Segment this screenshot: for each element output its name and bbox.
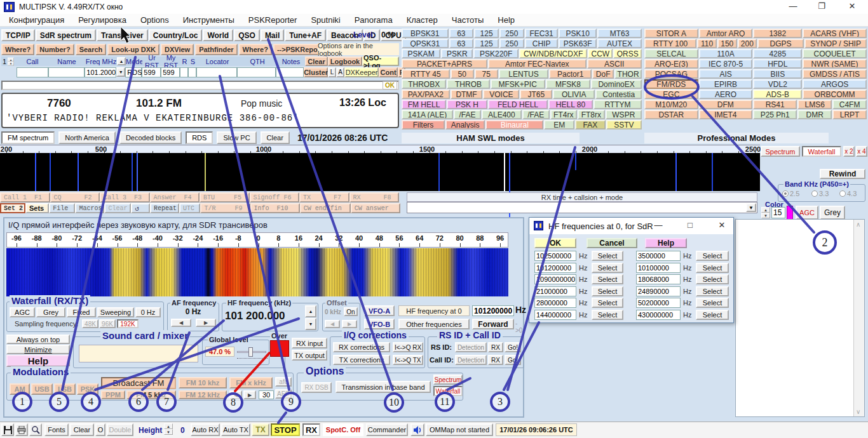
ham-mode-button-bpsk31[interactable]: BPSK31 xyxy=(402,29,449,38)
hf-up-button[interactable]: ▲ xyxy=(305,305,316,317)
auto-rx-button[interactable]: Auto RX xyxy=(191,423,220,436)
speaker-icon[interactable] xyxy=(410,423,424,436)
ham-mode-button-63[interactable]: 63 xyxy=(449,39,474,48)
ham-mode-button-250[interactable]: 250 xyxy=(499,29,524,38)
log-row-stepper[interactable]: ▲▼ xyxy=(8,57,14,65)
tx-corrections-button[interactable]: TX corrections xyxy=(333,355,390,365)
side-text-area[interactable]: ∧ ∨ xyxy=(735,219,865,417)
save-icon[interactable] xyxy=(1,423,14,436)
menu-регулировка[interactable]: Регулировка xyxy=(78,15,126,25)
ham-mode-button-analysis[interactable]: Analysis xyxy=(445,120,485,129)
dialog-freq-left-0[interactable]: 102500000 xyxy=(534,251,576,261)
fmx-right-arrow[interactable]: ▶ xyxy=(243,390,256,399)
ham-mode-button-ft8rx[interactable]: FT8rx xyxy=(578,110,605,119)
fmx-value[interactable]: 30 xyxy=(259,390,274,399)
pro-mode-button-1382[interactable]: 1382 xyxy=(753,29,802,38)
logbar-button-pathfinder-5[interactable]: Pathfinder xyxy=(195,44,237,55)
ham-mode-button-jt65[interactable]: JT65 xyxy=(520,90,552,99)
ham-mode-button-fec31[interactable]: FEC31 xyxy=(525,29,559,38)
ham-mode-button-dtmf[interactable]: DTMF xyxy=(451,90,483,99)
fm-slow-pc-button[interactable]: Slow PC xyxy=(217,131,256,144)
cluster-button[interactable]: Cluster xyxy=(304,67,328,77)
iq-swap-tx-button[interactable]: I<->Q TX xyxy=(393,355,423,365)
rx-button[interactable]: RX xyxy=(302,423,320,436)
fnkey-clear[interactable]: Clear xyxy=(104,203,131,213)
freq-input[interactable]: 101.2000 xyxy=(85,67,116,77)
pro-mode-button-aero[interactable]: AERO xyxy=(699,90,753,99)
ham-mode-button-autex[interactable]: AUTEX xyxy=(597,39,642,48)
hf-down-button[interactable]: ▼ xyxy=(305,318,316,330)
pro-mode-button-arq-e-3[interactable]: ARQ-E(3) xyxy=(644,59,698,69)
height-stepper[interactable]: ▲▼ xyxy=(164,423,173,435)
menu-sputniki[interactable]: Sputniki xyxy=(311,15,340,25)
pro-mode-button-150[interactable]: 150 xyxy=(717,39,737,48)
pro-mode-button-gmdss-atis[interactable]: GMDSS / ATIS xyxy=(803,69,867,79)
o-button[interactable]: O xyxy=(95,423,105,436)
log-freq-dropdown-icon[interactable]: ▼ xyxy=(116,67,125,77)
sampling-192k-button[interactable]: 192K xyxy=(117,319,139,328)
close-icon[interactable]: ✕ xyxy=(843,1,862,11)
dialog-maximize-icon[interactable]: □ xyxy=(681,220,700,230)
toolbar-button-transceiver[interactable]: Transceiver xyxy=(97,29,148,41)
ham-mode-button-sstv[interactable]: SSTV xyxy=(606,120,642,129)
ham-mode-button-binaural[interactable]: Binaural xyxy=(485,120,543,129)
hf0-value-input[interactable]: 101200000 xyxy=(472,305,514,316)
fnkey-utc[interactable]: UTC xyxy=(179,203,200,213)
ham-mode-button-125[interactable]: 125 xyxy=(474,29,499,38)
logbar-button-where-6[interactable]: Where? xyxy=(239,44,272,55)
pro-mode-button-110[interactable]: 110 xyxy=(697,39,717,48)
sdr-waterfall[interactable] xyxy=(6,248,508,296)
fnkey-answer-f4[interactable]: Answer F4 xyxy=(150,192,200,202)
locator-input[interactable] xyxy=(196,67,237,77)
clear-button[interactable]: Clear xyxy=(70,423,94,436)
zoom-x2-button[interactable]: x 2 xyxy=(843,146,855,157)
ham-mode-button-ft4rx[interactable]: FT4rx xyxy=(550,110,578,119)
pro-mode-button-ais[interactable]: AIS xyxy=(699,69,753,79)
toolbar-button-tune-af[interactable]: Tune+AF xyxy=(285,29,326,41)
commander-button[interactable]: Commander xyxy=(366,423,408,436)
fnkey-info-f10[interactable]: Info F10 xyxy=(250,203,300,213)
double-button[interactable]: Double xyxy=(107,423,133,436)
fnkey-set-2[interactable]: Set 2 xyxy=(0,203,25,213)
pro-mode-button-110a[interactable]: 110A xyxy=(699,49,753,58)
global-level-thumb[interactable] xyxy=(248,347,253,357)
wf-agc-button[interactable]: AGC xyxy=(10,307,35,317)
ommap-status-button[interactable]: OMMap not started xyxy=(426,423,493,436)
dialog-select-right-0[interactable]: Select xyxy=(696,251,729,261)
name-input[interactable] xyxy=(48,67,85,77)
logbar-button-where-0[interactable]: Where? xyxy=(1,44,34,55)
hf-frequency-value[interactable]: 101 200.000 xyxy=(225,310,285,322)
dialog-freq-right-3[interactable]: 24890000 xyxy=(636,286,681,296)
ham-mode-button-lentus[interactable]: LENTUS xyxy=(499,69,549,79)
fm-spectrum-display[interactable] xyxy=(0,153,760,191)
pro-mode-button-dstar[interactable]: DSTAR xyxy=(644,110,698,119)
logbar-button-number-1[interactable]: Number? xyxy=(36,44,74,55)
usb-button[interactable]: USB xyxy=(31,383,53,395)
minimize-icon[interactable]: — xyxy=(783,1,803,11)
ham-mode-button-dominoex[interactable]: DominoEX xyxy=(591,79,642,89)
wf-fixed-button[interactable]: Fixed xyxy=(67,307,96,317)
call-input[interactable] xyxy=(17,67,48,77)
soundcard-device-field[interactable] xyxy=(79,345,198,362)
dialog-freq-left-2[interactable]: 1090000000 xyxy=(534,274,576,284)
ham-mode-button-thor[interactable]: THOR xyxy=(614,69,642,79)
color-stepper[interactable]: ▲▼ xyxy=(761,207,770,218)
pro-mode-button-dfm[interactable]: DFM xyxy=(699,100,753,109)
band-4_3-radio[interactable]: 4.3 xyxy=(839,190,857,197)
fm-10khz-button[interactable]: FM 10 khz xyxy=(179,377,227,388)
auto-tx-button[interactable]: Auto TX xyxy=(221,423,250,436)
dialog-close-icon[interactable]: ✕ xyxy=(712,220,731,230)
dialog-cancel-button[interactable]: Cancel xyxy=(587,238,637,248)
ham-mode-button-fax[interactable]: FAX xyxy=(575,120,606,129)
dialog-freq-left-5[interactable]: 144000000 xyxy=(534,310,576,320)
cont-button[interactable]: Cont xyxy=(379,67,398,77)
dialog-freq-right-5[interactable]: 430000000 xyxy=(636,310,681,320)
ham-mode-button-psk63f[interactable]: PSK63F xyxy=(559,39,597,48)
pro-mode-button-coquelet[interactable]: COQUELET xyxy=(803,49,867,58)
ham-mode-button-hell-80[interactable]: HELL 80 xyxy=(548,100,593,109)
ham-mode-button-packet-aprs[interactable]: PACKET+APRS xyxy=(402,59,487,69)
iq-swap-rx-button[interactable]: I<->Q RX xyxy=(393,342,423,352)
fnkey-repeat[interactable]: Repeat xyxy=(150,203,179,213)
pro-mode-button-nwr-same[interactable]: NWR (SAME) xyxy=(803,59,867,69)
ham-mode-button-fm-hell[interactable]: FM HELL xyxy=(402,100,446,109)
